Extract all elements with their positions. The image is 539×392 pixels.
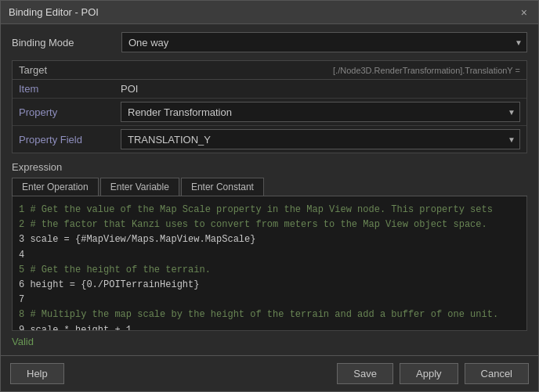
help-button[interactable]: Help bbox=[10, 363, 64, 384]
footer-left: Help bbox=[10, 363, 64, 384]
target-item-row: Item POI bbox=[13, 80, 526, 99]
property-select-wrapper: Render TransformationTranslationRotation… bbox=[121, 102, 520, 122]
save-button[interactable]: Save bbox=[337, 363, 393, 384]
dialog-title: Binding Editor - POI bbox=[9, 6, 99, 18]
close-button[interactable]: × bbox=[518, 7, 530, 18]
code-line: 5 # Get the height of the terrain. bbox=[19, 263, 520, 278]
code-line: 2 # the factor that Kanzi uses to conver… bbox=[19, 218, 520, 232]
target-header: Target [./Node3D.RenderTransformation].T… bbox=[13, 61, 526, 80]
expression-tab[interactable]: Enter Operation bbox=[12, 178, 99, 196]
property-field-select-wrapper: TRANSLATION_YTRANSLATION_XTRANSLATION_Z … bbox=[121, 129, 520, 149]
apply-button[interactable]: Apply bbox=[400, 363, 458, 384]
target-property-row: Property Render TransformationTranslatio… bbox=[13, 99, 526, 126]
dialog-content: Binding Mode One wayTwo wayOne time ▼ Ta… bbox=[1, 24, 538, 355]
expression-section: Expression Enter OperationEnter Variable… bbox=[12, 161, 527, 331]
item-label: Item bbox=[19, 83, 121, 95]
code-line: 4 bbox=[19, 248, 520, 263]
code-line: 6 height = {0./POITerrainHeight} bbox=[19, 278, 520, 293]
code-line: 9 scale * height + 1 bbox=[19, 323, 520, 332]
property-select[interactable]: Render TransformationTranslationRotation… bbox=[121, 102, 520, 122]
target-path: [./Node3D.RenderTransformation].Translat… bbox=[333, 66, 520, 75]
target-property-field-row: Property Field TRANSLATION_YTRANSLATION_… bbox=[13, 126, 526, 153]
property-label: Property bbox=[19, 106, 121, 118]
expression-tab[interactable]: Enter Variable bbox=[100, 178, 179, 196]
code-line: 1 # Get the value of the Map Scale prope… bbox=[19, 203, 520, 218]
binding-mode-select[interactable]: One wayTwo wayOne time bbox=[121, 32, 527, 52]
expression-tab[interactable]: Enter Constant bbox=[181, 178, 264, 196]
footer-right: Save Apply Cancel bbox=[337, 363, 529, 384]
code-line: 7 bbox=[19, 293, 520, 307]
expression-tabs: Enter OperationEnter VariableEnter Const… bbox=[12, 178, 527, 196]
binding-mode-row: Binding Mode One wayTwo wayOne time ▼ bbox=[12, 32, 527, 52]
target-section: Target [./Node3D.RenderTransformation].T… bbox=[12, 60, 527, 153]
code-line: 3 scale = {#MapView/Maps.MapView.MapScal… bbox=[19, 232, 520, 247]
expression-label: Expression bbox=[12, 161, 527, 173]
code-line: 8 # Multiply the map scale by the height… bbox=[19, 307, 520, 322]
binding-mode-select-wrapper: One wayTwo wayOne time ▼ bbox=[121, 32, 527, 52]
binding-editor-dialog: Binding Editor - POI × Binding Mode One … bbox=[0, 0, 539, 392]
valid-label: Valid bbox=[12, 336, 527, 347]
footer: Help Save Apply Cancel bbox=[1, 355, 538, 391]
item-value: POI bbox=[121, 83, 520, 95]
binding-mode-label: Binding Mode bbox=[12, 37, 121, 49]
property-field-select[interactable]: TRANSLATION_YTRANSLATION_XTRANSLATION_Z bbox=[121, 129, 520, 149]
target-label: Target bbox=[19, 64, 47, 76]
property-field-label: Property Field bbox=[19, 134, 121, 146]
expression-editor[interactable]: 1 # Get the value of the Map Scale prope… bbox=[12, 196, 527, 331]
cancel-button[interactable]: Cancel bbox=[465, 363, 529, 384]
title-bar: Binding Editor - POI × bbox=[1, 1, 538, 24]
